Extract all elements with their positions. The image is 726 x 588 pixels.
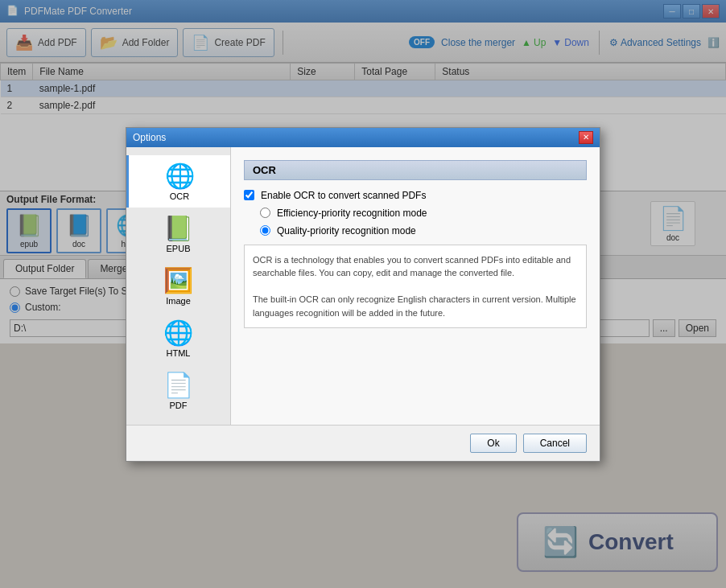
efficiency-mode-label: Efficiency-priority recognition mode (277, 208, 427, 219)
image-sidebar-label: Image (166, 296, 191, 306)
epub-sidebar-icon: 📗 (163, 214, 193, 242)
ocr-sidebar-icon: 🌐 (165, 162, 195, 190)
enable-ocr-label: Enable OCR to convert scanned PDFs (261, 190, 426, 201)
dialog-body: 🌐 OCR 📗 EPUB 🖼️ Image 🌐 HTML (126, 147, 600, 425)
dialog-title-bar: Options ✕ (126, 128, 600, 147)
epub-sidebar-label: EPUB (167, 244, 191, 253)
sidebar-item-pdf[interactable]: 📄 PDF (126, 364, 230, 417)
ocr-modes: Efficiency-priority recognition mode Qua… (244, 208, 587, 236)
sidebar-item-ocr[interactable]: 🌐 OCR (126, 155, 230, 208)
html-sidebar-label: HTML (167, 348, 191, 358)
ocr-sidebar-label: OCR (170, 191, 189, 201)
dialog-footer: Ok Cancel (126, 425, 600, 461)
sidebar-item-image[interactable]: 🖼️ Image (126, 260, 230, 312)
dialog-close-button[interactable]: ✕ (579, 131, 593, 144)
ocr-info-box: OCR is a technology that enables you to … (244, 245, 587, 329)
pdf-sidebar-icon: 📄 (163, 371, 193, 399)
ocr-section-title: OCR (244, 160, 587, 180)
sidebar-item-html[interactable]: 🌐 HTML (126, 312, 230, 364)
html-sidebar-icon: 🌐 (163, 319, 193, 347)
enable-ocr-checkbox[interactable] (244, 190, 254, 200)
image-sidebar-icon: 🖼️ (163, 266, 193, 294)
dialog-sidebar: 🌐 OCR 📗 EPUB 🖼️ Image 🌐 HTML (126, 147, 231, 425)
dialog-content: OCR Enable OCR to convert scanned PDFs E… (231, 147, 600, 425)
ok-button[interactable]: Ok (470, 434, 516, 453)
cancel-button[interactable]: Cancel (523, 434, 587, 453)
efficiency-mode-row: Efficiency-priority recognition mode (260, 208, 587, 219)
options-dialog: Options ✕ 🌐 OCR 📗 EPUB 🖼️ (126, 127, 600, 462)
sidebar-item-epub[interactable]: 📗 EPUB (126, 208, 230, 260)
quality-mode-radio[interactable] (260, 225, 270, 236)
quality-mode-row: Quality-priority recognition mode (260, 225, 587, 236)
overlay: Options ✕ 🌐 OCR 📗 EPUB 🖼️ (0, 0, 726, 588)
quality-mode-label: Quality-priority recognition mode (277, 225, 416, 236)
enable-ocr-row: Enable OCR to convert scanned PDFs (244, 190, 587, 201)
dialog-title: Options (133, 132, 166, 143)
ocr-info-text2: The built-in OCR can only recognize Engl… (253, 293, 578, 319)
efficiency-mode-radio[interactable] (260, 208, 270, 218)
ocr-info-text1: OCR is a technology that enables you to … (253, 253, 578, 280)
pdf-sidebar-label: PDF (170, 401, 188, 410)
